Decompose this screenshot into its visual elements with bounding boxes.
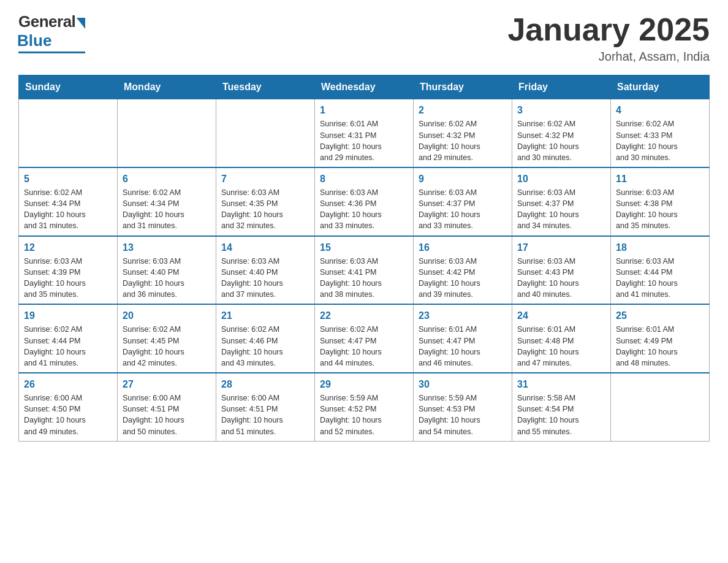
calendar-cell: 27Sunrise: 6:00 AM Sunset: 4:51 PM Dayli…	[118, 373, 216, 441]
day-info: Sunrise: 6:03 AM Sunset: 4:36 PM Dayligh…	[320, 187, 408, 232]
calendar-week-row: 12Sunrise: 6:03 AM Sunset: 4:39 PM Dayli…	[19, 236, 710, 305]
day-number: 9	[419, 172, 507, 186]
calendar-cell: 21Sunrise: 6:02 AM Sunset: 4:46 PM Dayli…	[216, 304, 315, 373]
calendar-cell: 22Sunrise: 6:02 AM Sunset: 4:47 PM Dayli…	[315, 304, 414, 373]
calendar-cell	[118, 99, 216, 167]
day-number: 20	[123, 308, 211, 323]
calendar-cell: 24Sunrise: 6:01 AM Sunset: 4:48 PM Dayli…	[512, 304, 611, 373]
calendar-cell	[19, 99, 118, 167]
calendar-cell	[611, 373, 710, 441]
day-number: 28	[221, 377, 309, 391]
day-info: Sunrise: 6:03 AM Sunset: 4:37 PM Dayligh…	[517, 187, 605, 232]
day-info: Sunrise: 6:03 AM Sunset: 4:37 PM Dayligh…	[419, 187, 507, 232]
calendar-cell: 18Sunrise: 6:03 AM Sunset: 4:44 PM Dayli…	[611, 236, 710, 305]
day-number: 7	[221, 172, 309, 186]
day-number: 3	[517, 103, 605, 117]
logo-underline	[18, 52, 85, 53]
calendar-week-row: 26Sunrise: 6:00 AM Sunset: 4:50 PM Dayli…	[19, 373, 710, 441]
title-block: January 2025 Jorhat, Assam, India	[507, 12, 710, 64]
calendar-week-row: 19Sunrise: 6:02 AM Sunset: 4:44 PM Dayli…	[19, 304, 710, 373]
day-info: Sunrise: 6:03 AM Sunset: 4:44 PM Dayligh…	[616, 256, 704, 301]
day-info: Sunrise: 6:02 AM Sunset: 4:34 PM Dayligh…	[123, 187, 211, 232]
day-info: Sunrise: 6:02 AM Sunset: 4:33 PM Dayligh…	[616, 118, 704, 163]
day-number: 27	[123, 377, 211, 391]
calendar-cell: 29Sunrise: 5:59 AM Sunset: 4:52 PM Dayli…	[315, 373, 414, 441]
day-info: Sunrise: 6:03 AM Sunset: 4:43 PM Dayligh…	[517, 256, 605, 301]
calendar-cell: 8Sunrise: 6:03 AM Sunset: 4:36 PM Daylig…	[315, 167, 414, 236]
calendar-cell: 14Sunrise: 6:03 AM Sunset: 4:40 PM Dayli…	[216, 236, 315, 305]
day-number: 30	[419, 377, 507, 391]
calendar-cell: 26Sunrise: 6:00 AM Sunset: 4:50 PM Dayli…	[19, 373, 118, 441]
calendar-cell: 10Sunrise: 6:03 AM Sunset: 4:37 PM Dayli…	[512, 167, 611, 236]
day-number: 10	[517, 172, 605, 186]
calendar-cell: 25Sunrise: 6:01 AM Sunset: 4:49 PM Dayli…	[611, 304, 710, 373]
calendar-header-row: SundayMondayTuesdayWednesdayThursdayFrid…	[19, 75, 710, 99]
day-info: Sunrise: 6:02 AM Sunset: 4:46 PM Dayligh…	[221, 324, 309, 369]
calendar-cell: 12Sunrise: 6:03 AM Sunset: 4:39 PM Dayli…	[19, 236, 118, 305]
calendar-cell: 19Sunrise: 6:02 AM Sunset: 4:44 PM Dayli…	[19, 304, 118, 373]
day-number: 14	[221, 240, 309, 255]
day-info: Sunrise: 6:03 AM Sunset: 4:38 PM Dayligh…	[616, 187, 704, 232]
day-info: Sunrise: 5:58 AM Sunset: 4:54 PM Dayligh…	[517, 393, 605, 437]
day-number: 22	[320, 308, 408, 323]
col-header-sunday: Sunday	[19, 75, 118, 99]
day-number: 18	[616, 240, 704, 255]
day-number: 21	[221, 308, 309, 323]
day-number: 26	[24, 377, 112, 391]
day-number: 17	[517, 240, 605, 255]
day-info: Sunrise: 6:02 AM Sunset: 4:34 PM Dayligh…	[24, 187, 112, 232]
day-number: 25	[616, 308, 704, 323]
logo-blue-text: Blue	[17, 31, 51, 50]
day-info: Sunrise: 6:02 AM Sunset: 4:32 PM Dayligh…	[517, 118, 605, 163]
col-header-saturday: Saturday	[611, 75, 710, 99]
day-number: 24	[517, 308, 605, 323]
day-info: Sunrise: 6:03 AM Sunset: 4:40 PM Dayligh…	[123, 256, 211, 301]
day-number: 29	[320, 377, 408, 391]
calendar-cell: 5Sunrise: 6:02 AM Sunset: 4:34 PM Daylig…	[19, 167, 118, 236]
day-number: 2	[419, 103, 507, 117]
calendar-cell: 28Sunrise: 6:00 AM Sunset: 4:51 PM Dayli…	[216, 373, 315, 441]
day-number: 23	[419, 308, 507, 323]
calendar-cell: 15Sunrise: 6:03 AM Sunset: 4:41 PM Dayli…	[315, 236, 414, 305]
month-title: January 2025	[507, 12, 710, 47]
col-header-wednesday: Wednesday	[315, 75, 414, 99]
day-info: Sunrise: 6:01 AM Sunset: 4:47 PM Dayligh…	[419, 324, 507, 369]
day-info: Sunrise: 6:02 AM Sunset: 4:32 PM Dayligh…	[419, 118, 507, 163]
col-header-friday: Friday	[512, 75, 611, 99]
day-number: 8	[320, 172, 408, 186]
col-header-monday: Monday	[118, 75, 216, 99]
calendar-cell: 31Sunrise: 5:58 AM Sunset: 4:54 PM Dayli…	[512, 373, 611, 441]
day-info: Sunrise: 6:03 AM Sunset: 4:42 PM Dayligh…	[419, 256, 507, 301]
day-number: 1	[320, 103, 408, 117]
day-info: Sunrise: 6:02 AM Sunset: 4:45 PM Dayligh…	[123, 324, 211, 369]
calendar-cell: 2Sunrise: 6:02 AM Sunset: 4:32 PM Daylig…	[414, 99, 512, 167]
calendar-cell: 23Sunrise: 6:01 AM Sunset: 4:47 PM Dayli…	[414, 304, 512, 373]
day-number: 15	[320, 240, 408, 255]
calendar-cell: 9Sunrise: 6:03 AM Sunset: 4:37 PM Daylig…	[414, 167, 512, 236]
day-info: Sunrise: 6:03 AM Sunset: 4:39 PM Dayligh…	[24, 256, 112, 301]
calendar-week-row: 1Sunrise: 6:01 AM Sunset: 4:31 PM Daylig…	[19, 99, 710, 167]
calendar-week-row: 5Sunrise: 6:02 AM Sunset: 4:34 PM Daylig…	[19, 167, 710, 236]
day-number: 6	[123, 172, 211, 186]
calendar-cell: 11Sunrise: 6:03 AM Sunset: 4:38 PM Dayli…	[611, 167, 710, 236]
day-number: 31	[517, 377, 605, 391]
location-subtitle: Jorhat, Assam, India	[507, 50, 710, 64]
calendar-table: SundayMondayTuesdayWednesdayThursdayFrid…	[18, 75, 710, 441]
calendar-cell: 20Sunrise: 6:02 AM Sunset: 4:45 PM Dayli…	[118, 304, 216, 373]
day-info: Sunrise: 6:00 AM Sunset: 4:50 PM Dayligh…	[24, 393, 112, 437]
day-info: Sunrise: 6:03 AM Sunset: 4:35 PM Dayligh…	[221, 187, 309, 232]
day-info: Sunrise: 6:02 AM Sunset: 4:47 PM Dayligh…	[320, 324, 408, 369]
logo: General Blue	[18, 12, 85, 53]
calendar-cell: 16Sunrise: 6:03 AM Sunset: 4:42 PM Dayli…	[414, 236, 512, 305]
day-info: Sunrise: 6:03 AM Sunset: 4:41 PM Dayligh…	[320, 256, 408, 301]
calendar-cell: 7Sunrise: 6:03 AM Sunset: 4:35 PM Daylig…	[216, 167, 315, 236]
day-number: 13	[123, 240, 211, 255]
page-header: General Blue January 2025 Jorhat, Assam,…	[18, 12, 710, 64]
logo-arrow-icon	[77, 18, 85, 29]
day-info: Sunrise: 6:00 AM Sunset: 4:51 PM Dayligh…	[123, 393, 211, 437]
col-header-thursday: Thursday	[414, 75, 512, 99]
logo-general-text: General	[18, 12, 75, 31]
day-info: Sunrise: 6:01 AM Sunset: 4:48 PM Dayligh…	[517, 324, 605, 369]
day-info: Sunrise: 6:00 AM Sunset: 4:51 PM Dayligh…	[221, 393, 309, 437]
day-number: 16	[419, 240, 507, 255]
